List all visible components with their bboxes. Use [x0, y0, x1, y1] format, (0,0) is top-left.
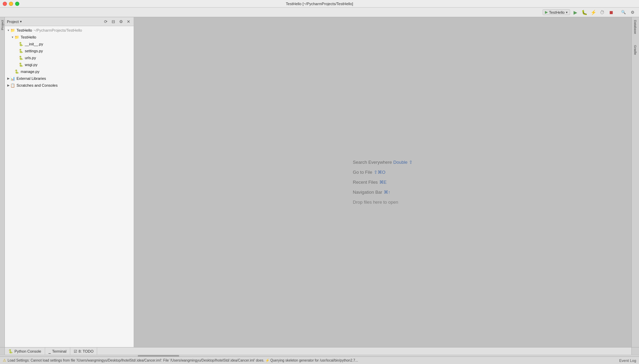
expand-arrow: ▾: [6, 29, 10, 32]
project-panel: Project ▾ ⟳ ⊟ ⚙ ✕ ▾ 📁 TestHello ~/Pychar…: [5, 17, 134, 347]
navbar-label: Navigation Bar: [353, 190, 382, 195]
tab-terminal[interactable]: _ Terminal: [45, 347, 70, 355]
sidebar-item-gradle[interactable]: Gradle: [633, 43, 638, 57]
drop-files-hint: Drop files here to open: [353, 200, 412, 205]
stop-button[interactable]: ⏹: [607, 9, 615, 16]
minimize-button[interactable]: [9, 2, 13, 6]
gear-icon[interactable]: ⚙: [118, 19, 124, 25]
horizontal-scrollbar[interactable]: [0, 355, 639, 356]
debug-button[interactable]: 🐛: [580, 9, 588, 16]
tree-root[interactable]: ▾ 📁 TestHello ~/PycharmProjects/TestHell…: [5, 27, 134, 34]
tree-folder-external-libraries[interactable]: ▶ 📊 External Libraries: [5, 75, 134, 82]
status-message: Load Settings: Cannot load settings from…: [8, 358, 358, 362]
main-content-area: Search Everywhere Double ⇧ Go to File ⇧⌘…: [134, 17, 631, 347]
tree-file-init[interactable]: 🐍 __init__.py: [5, 41, 134, 47]
sync-button[interactable]: ⟳: [103, 19, 109, 25]
coverage-button[interactable]: ⚡: [589, 9, 597, 16]
tab-python-console[interactable]: 🐍 Python Console: [5, 347, 45, 355]
tree-file-urls[interactable]: 🐍 urls.py: [5, 54, 134, 61]
tree-file-settings[interactable]: 🐍 settings.py: [5, 47, 134, 54]
sidebar-item-database[interactable]: Database: [633, 18, 638, 36]
recent-files-hint: Recent Files ⌘E: [353, 180, 412, 185]
folder-name-testhello: TestHello: [21, 35, 36, 39]
navbar-hint: Navigation Bar ⌘↑: [353, 190, 412, 195]
expand-arrow: ▶: [6, 77, 10, 80]
root-folder-name: TestHello: [17, 28, 32, 32]
search-everywhere-hint: Search Everywhere Double ⇧: [353, 160, 412, 165]
bottom-tabs-bar: 🐍 Python Console _ Terminal ☑ 8: TODO: [0, 347, 639, 355]
left-panel-tabs: Project: [0, 17, 5, 347]
favorites-tab-area[interactable]: [0, 347, 5, 355]
project-tree: ▾ 📁 TestHello ~/PycharmProjects/TestHell…: [5, 26, 134, 347]
right-panel-tabs: Database Gradle: [631, 17, 639, 347]
event-log-link[interactable]: Event Log: [619, 358, 636, 363]
project-dropdown-arrow[interactable]: ▾: [20, 20, 22, 23]
project-panel-header: Project ▾ ⟳ ⊟ ⚙ ✕: [5, 17, 134, 26]
goto-file-hint: Go to File ⇧⌘O: [353, 170, 412, 175]
title-bar: TestHello [~/PycharmProjects/TestHello]: [0, 0, 639, 8]
navbar-shortcut: ⌘↑: [384, 190, 391, 195]
python-console-icon: 🐍: [8, 349, 13, 354]
close-button[interactable]: [3, 2, 7, 6]
expand-arrow: ▶: [6, 84, 10, 87]
scrollbar-thumb[interactable]: [138, 355, 179, 357]
run-config-icon: ▶: [545, 10, 548, 14]
mid-layout: Project Project ▾ ⟳ ⊟ ⚙ ✕ ▾: [0, 17, 639, 347]
sidebar-item-project[interactable]: Project: [0, 18, 5, 32]
folder-name-scratches: Scratches and Consoles: [17, 83, 58, 87]
maximize-button[interactable]: [15, 2, 19, 6]
structure-tab-area[interactable]: [631, 347, 639, 355]
file-name-init: __init__.py: [25, 42, 43, 46]
todo-icon: ☑: [74, 349, 77, 354]
tree-folder-testhello[interactable]: ▾ 📁 TestHello: [5, 34, 134, 41]
warning-icon: ⚠: [3, 358, 6, 363]
tree-folder-scratches[interactable]: ▶ 📋 Scratches and Consoles: [5, 82, 134, 89]
run-configuration[interactable]: ▶ TestHello ▾: [543, 9, 570, 15]
recent-files-shortcut: ⌘E: [379, 180, 387, 185]
terminal-icon: _: [49, 349, 51, 354]
tree-file-wsgi[interactable]: 🐍 wsgi.py: [5, 61, 134, 68]
file-name-manage: manage.py: [21, 69, 39, 74]
tab-terminal-label: Terminal: [52, 349, 66, 353]
tree-file-manage[interactable]: 🐍 manage.py: [5, 68, 134, 75]
root-folder-path: ~/PycharmProjects/TestHello: [33, 28, 82, 32]
tab-todo[interactable]: ☑ 8: TODO: [70, 347, 97, 355]
run-button[interactable]: ▶: [571, 9, 579, 16]
run-config-name: TestHello: [549, 10, 565, 14]
profile-button[interactable]: ⏱: [598, 9, 606, 16]
file-name-settings: settings.py: [25, 49, 43, 53]
status-bar: ⚠ Load Settings: Cannot load settings fr…: [0, 356, 639, 364]
goto-file-label: Go to File: [353, 170, 372, 175]
search-everywhere-shortcut: Double ⇧: [393, 160, 413, 165]
run-config-chevron: ▾: [566, 11, 568, 14]
close-panel-button[interactable]: ✕: [125, 19, 132, 25]
file-name-urls: urls.py: [25, 56, 36, 60]
welcome-hints: Search Everywhere Double ⇧ Go to File ⇧⌘…: [353, 160, 412, 205]
folder-name-external-libraries: External Libraries: [17, 76, 46, 81]
window-title: TestHello [~/PycharmProjects/TestHello]: [286, 2, 353, 6]
settings-button[interactable]: ⚙: [629, 9, 636, 16]
main-toolbar: ▶ TestHello ▾ ▶ 🐛 ⚡ ⏱ ⏹ 🔍 ⚙: [0, 8, 639, 17]
expand-arrow: ▾: [10, 35, 14, 39]
search-everywhere-label: Search Everywhere: [353, 160, 392, 165]
tab-python-console-label: Python Console: [14, 349, 41, 353]
project-title-area[interactable]: Project ▾: [7, 20, 22, 24]
project-header-actions: ⟳ ⊟ ⚙ ✕: [103, 19, 132, 25]
collapse-all-button[interactable]: ⊟: [110, 19, 116, 25]
recent-files-label: Recent Files: [353, 180, 378, 185]
drop-files-label: Drop files here to open: [353, 200, 398, 205]
goto-file-shortcut: ⇧⌘O: [374, 170, 385, 175]
project-label: Project: [7, 20, 19, 24]
search-everywhere-button[interactable]: 🔍: [620, 9, 627, 16]
tab-todo-label: 8: TODO: [79, 349, 94, 353]
file-name-wsgi: wsgi.py: [25, 63, 38, 67]
window-controls[interactable]: [3, 2, 19, 6]
status-left: ⚠ Load Settings: Cannot load settings fr…: [3, 358, 358, 363]
